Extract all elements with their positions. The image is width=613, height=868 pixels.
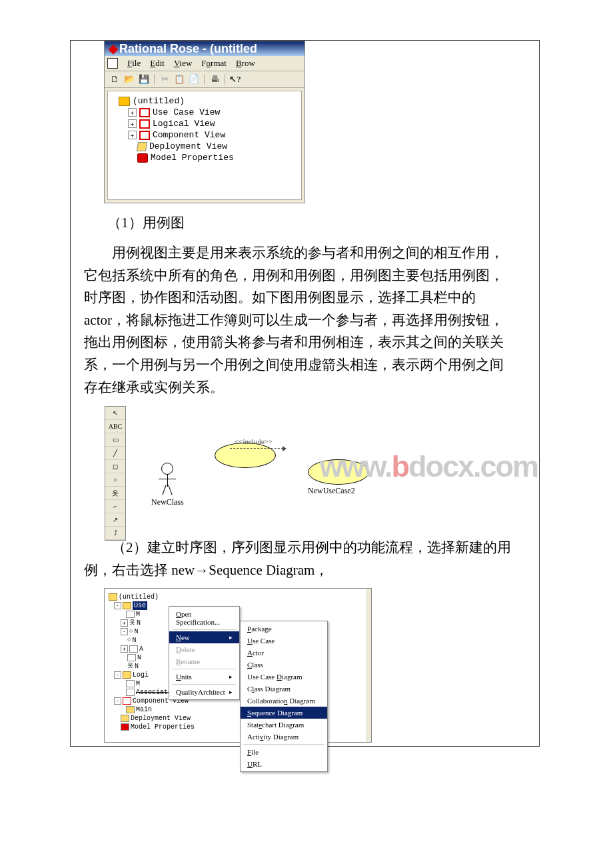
tree-item-label: N bbox=[132, 636, 136, 645]
submenu-activity-diagram[interactable]: Activity Diagram bbox=[241, 731, 327, 743]
submenu-use-case[interactable]: Use Case bbox=[241, 635, 327, 647]
menu-delete[interactable]: Delete bbox=[169, 643, 239, 655]
menu-separator bbox=[172, 629, 237, 630]
menu-units[interactable]: Units bbox=[169, 671, 239, 683]
collapse-icon[interactable]: - bbox=[114, 671, 121, 679]
tree-item-label: Deployment View bbox=[149, 141, 227, 151]
tree-item-label: Logi bbox=[133, 671, 149, 679]
submenu-statechart-diagram[interactable]: Statechart Diagram bbox=[241, 719, 327, 731]
tree-item[interactable]: Model Properties bbox=[111, 152, 299, 163]
context-menu: Open Specification... New Delete Rename … bbox=[169, 606, 240, 700]
properties-icon bbox=[137, 153, 148, 163]
menu-view[interactable]: View bbox=[174, 58, 192, 69]
usecase-1[interactable] bbox=[215, 443, 276, 468]
cut-icon[interactable]: ✂ bbox=[159, 74, 171, 85]
usecase-2-label: NewUseCase2 bbox=[308, 486, 355, 496]
submenu-url[interactable]: URL bbox=[241, 758, 327, 770]
palette-note-icon[interactable]: ▭ bbox=[105, 433, 125, 447]
menu-rename[interactable]: Rename bbox=[169, 655, 239, 667]
collapse-icon[interactable]: - bbox=[121, 628, 128, 635]
properties-icon bbox=[121, 723, 129, 731]
menu-bar: File Edit View Format Brow bbox=[105, 56, 305, 71]
actor-figure[interactable]: NewClass bbox=[151, 463, 184, 507]
collapse-icon[interactable]: - bbox=[114, 697, 121, 705]
expand-icon[interactable]: + bbox=[128, 108, 137, 117]
tree-item-label: Model Properties bbox=[131, 723, 195, 731]
document-icon bbox=[107, 58, 118, 69]
tree-root-label: (untitled) bbox=[119, 593, 159, 601]
palette-depend-icon[interactable]: ↗ bbox=[105, 513, 125, 527]
tree-item[interactable]: + Component View bbox=[111, 129, 299, 141]
window-title: Rational Rose - (untitled bbox=[119, 42, 257, 55]
menu-file[interactable]: File bbox=[127, 58, 141, 69]
expand-icon[interactable]: + bbox=[121, 619, 128, 627]
palette-usecase-icon[interactable]: ○ bbox=[105, 473, 125, 487]
use-case-diagram-screenshot: ↖ ABC ▭ ╱ ◻ ○ 옷 ⌐ ↗ ⤴ NewClass <<include… bbox=[104, 405, 458, 527]
submenu-use-case-diagram[interactable]: Use Case Diagram bbox=[241, 671, 327, 683]
tree-item-label: N bbox=[137, 619, 141, 627]
expand-icon[interactable]: + bbox=[128, 131, 137, 139]
menu-format[interactable]: Format bbox=[201, 58, 227, 69]
tree-item-label: Model Properties bbox=[151, 153, 234, 163]
folder-icon bbox=[139, 119, 150, 129]
tree-item-label: M bbox=[136, 610, 140, 619]
menu-quality-architect[interactable]: QualityArchitect bbox=[169, 686, 239, 698]
menu-separator bbox=[172, 684, 237, 685]
open-icon[interactable]: 📂 bbox=[123, 74, 135, 85]
separator bbox=[154, 74, 155, 85]
window-title-bar: ◆Rational Rose - (untitled bbox=[105, 41, 305, 56]
tree-item-label: A bbox=[139, 645, 143, 653]
tree-icon bbox=[126, 706, 135, 713]
paste-icon[interactable]: 📄 bbox=[188, 74, 200, 85]
save-icon[interactable]: 💾 bbox=[138, 74, 150, 85]
menu-browse[interactable]: Brow bbox=[236, 58, 255, 69]
palette-package-icon[interactable]: ◻ bbox=[105, 460, 125, 473]
print-icon[interactable]: 🖶 bbox=[209, 74, 221, 85]
menu-separator bbox=[172, 669, 237, 669]
folder-icon bbox=[123, 671, 131, 679]
folder-icon bbox=[109, 593, 117, 601]
submenu-package[interactable]: Package bbox=[241, 623, 327, 635]
tree-item-label: Component View bbox=[153, 130, 225, 140]
folder-icon bbox=[119, 97, 130, 106]
separator bbox=[225, 74, 225, 85]
scrollbar[interactable] bbox=[366, 589, 371, 742]
tree-item-label: Main bbox=[136, 705, 152, 714]
submenu-sequence-diagram[interactable]: Sequence Diagram bbox=[241, 707, 327, 719]
palette-anchor-icon[interactable]: ╱ bbox=[105, 447, 125, 460]
submenu-collaboration-diagram[interactable]: Collaboration Diagram bbox=[241, 695, 327, 707]
document-frame: ◆Rational Rose - (untitled File Edit Vie… bbox=[70, 40, 540, 747]
tree-root[interactable]: (untitled) bbox=[111, 95, 299, 107]
new-submenu: Package Use Case Actor Class Use Case Di… bbox=[240, 621, 328, 772]
tree-item[interactable]: + Logical View bbox=[111, 118, 299, 129]
tree-icon bbox=[126, 611, 135, 618]
watermark: www.bdocx.com bbox=[320, 449, 538, 484]
submenu-actor[interactable]: Actor bbox=[241, 647, 327, 659]
tree-icon bbox=[129, 645, 138, 653]
new-icon[interactable]: 🗋 bbox=[109, 74, 121, 85]
submenu-class-diagram[interactable]: Class Diagram bbox=[241, 683, 327, 695]
help-icon[interactable]: ↖? bbox=[229, 74, 241, 85]
menu-open-specification[interactable]: Open Specification... bbox=[169, 608, 239, 628]
expand-icon[interactable]: + bbox=[128, 119, 137, 128]
palette-assoc-icon[interactable]: ⌐ bbox=[105, 500, 125, 513]
submenu-file[interactable]: File bbox=[241, 746, 327, 758]
deployment-icon bbox=[137, 142, 147, 151]
submenu-class[interactable]: Class bbox=[241, 659, 327, 671]
palette-text-icon[interactable]: ABC bbox=[105, 420, 125, 433]
tree-icon bbox=[126, 689, 135, 696]
menu-edit[interactable]: Edit bbox=[150, 58, 165, 69]
folder-icon bbox=[123, 602, 131, 609]
context-menu-screenshot: (untitled) - Use M +옷 N -○ N ○ N + A N 옷… bbox=[104, 588, 372, 743]
palette-actor-icon[interactable]: 옷 bbox=[105, 487, 125, 500]
menu-new[interactable]: New bbox=[169, 631, 239, 643]
collapse-icon[interactable]: - bbox=[114, 602, 121, 609]
tree-item[interactable]: Deployment View bbox=[111, 141, 299, 152]
menu-separator bbox=[243, 744, 324, 745]
palette-generalize-icon[interactable]: ⤴ bbox=[105, 527, 125, 540]
expand-icon[interactable]: + bbox=[121, 645, 128, 653]
tree-item-selected[interactable]: Use bbox=[133, 601, 147, 610]
copy-icon[interactable]: 📋 bbox=[173, 74, 185, 85]
tree-item[interactable]: + Use Case View bbox=[111, 107, 299, 118]
palette-select-icon[interactable]: ↖ bbox=[105, 407, 125, 420]
